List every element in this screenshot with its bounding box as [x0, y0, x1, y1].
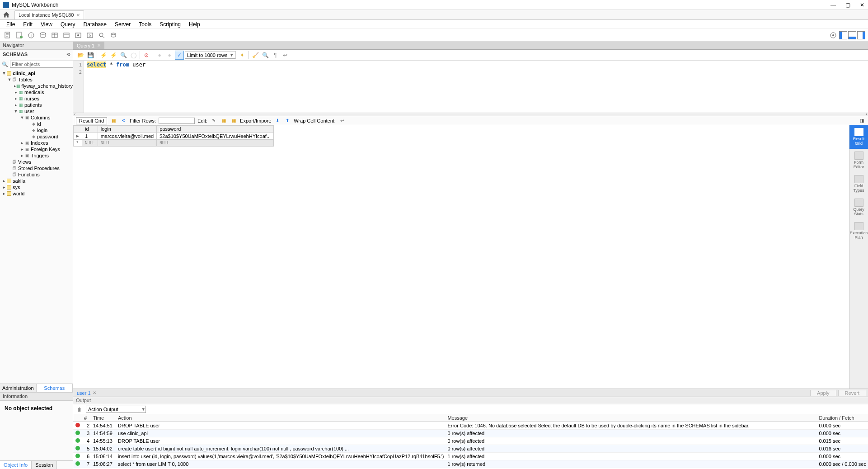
- maximize-button[interactable]: ▢: [845, 2, 851, 8]
- folder-tables[interactable]: Tables: [18, 77, 33, 82]
- apply-button[interactable]: Apply: [810, 390, 836, 396]
- save-file-icon[interactable]: 💾: [86, 51, 95, 60]
- new-schema-icon[interactable]: [38, 30, 48, 40]
- table-nurses[interactable]: nurses: [24, 96, 39, 101]
- db-clinic-api[interactable]: clinic_api: [13, 71, 35, 76]
- table-medicals[interactable]: medicals: [24, 90, 44, 95]
- folder-stored-procedures[interactable]: Stored Procedures: [18, 166, 60, 171]
- rollback-icon[interactable]: ●: [165, 51, 174, 60]
- folder-foreign-keys[interactable]: Foreign Keys: [31, 147, 60, 152]
- folder-views[interactable]: Views: [18, 159, 31, 165]
- db-world[interactable]: world: [13, 191, 24, 196]
- result-grid-icon[interactable]: ▦: [110, 117, 117, 124]
- table-flyway[interactable]: flyway_schema_history: [21, 83, 73, 89]
- filter-objects-input[interactable]: [10, 61, 76, 68]
- execute-current-icon[interactable]: ⚡: [109, 51, 118, 60]
- clear-output-icon[interactable]: 🗑: [76, 406, 83, 413]
- table-user[interactable]: user: [24, 109, 34, 114]
- close-query-tab-icon[interactable]: ✕: [97, 43, 101, 48]
- execution-plan-tab[interactable]: Execution Plan: [849, 219, 868, 243]
- result-tab[interactable]: user 1 ✕: [75, 390, 98, 396]
- stop-icon[interactable]: ◯: [129, 51, 138, 60]
- explain-icon[interactable]: 🔍: [119, 51, 128, 60]
- col-header-password[interactable]: password: [157, 126, 274, 133]
- schema-tree[interactable]: ▼clinic_api ▼🗐Tables ▸▦flyway_schema_his…: [0, 69, 73, 384]
- menu-query[interactable]: Query: [57, 20, 79, 28]
- menu-file[interactable]: File: [3, 20, 19, 28]
- output-row[interactable]: 5 15:04:02 create table user( id bigint …: [73, 445, 868, 453]
- new-procedure-icon[interactable]: [73, 30, 83, 40]
- table-patients[interactable]: patients: [24, 102, 42, 108]
- output-row[interactable]: 6 15:06:14 insert into user (id, login, …: [73, 453, 868, 460]
- export-icon[interactable]: ⬇: [274, 117, 281, 124]
- menu-tools[interactable]: Tools: [135, 20, 155, 28]
- result-grid[interactable]: id login password ▸ 1 marcos.vieira@voll…: [73, 125, 849, 388]
- table-row[interactable]: ▸ 1 marcos.vieira@voll.med $2a$10$Y50UaM…: [74, 133, 274, 140]
- execute-icon[interactable]: ⚡: [99, 51, 108, 60]
- cell-null[interactable]: NULL: [82, 140, 98, 147]
- import-icon[interactable]: ⬆: [284, 117, 291, 124]
- toggle-panels-icon[interactable]: ◨: [858, 117, 865, 124]
- new-table-icon[interactable]: [50, 30, 60, 40]
- settings-icon[interactable]: [828, 30, 838, 40]
- column-login[interactable]: login: [37, 128, 47, 133]
- toggle-sidebar-right-icon[interactable]: [857, 31, 865, 39]
- query-tab[interactable]: Query 1 ✕: [73, 42, 104, 49]
- connection-tab[interactable]: Local instance MySQL80 ✕: [14, 10, 84, 19]
- col-header-login[interactable]: login: [98, 126, 157, 133]
- toggle-sidebar-left-icon[interactable]: [839, 31, 847, 39]
- code-body[interactable]: select * from user: [84, 61, 868, 113]
- close-button[interactable]: ✕: [859, 2, 865, 8]
- output-row[interactable]: 4 14:55:13 DROP TABLE user 0 row(s) affe…: [73, 437, 868, 445]
- output-type-select[interactable]: Action Output: [86, 406, 146, 413]
- search-table-icon[interactable]: [97, 30, 107, 40]
- new-function-icon[interactable]: fx: [85, 30, 95, 40]
- toggle-output-panel-icon[interactable]: [848, 31, 856, 39]
- output-row[interactable]: 2 14:54:51 DROP TABLE user Error Code: 1…: [73, 422, 868, 430]
- menu-edit[interactable]: Edit: [19, 20, 36, 28]
- edit-row-icon[interactable]: ✎: [210, 117, 217, 124]
- tab-object-info[interactable]: Object Info: [0, 461, 32, 469]
- filter-rows-input[interactable]: [159, 118, 195, 124]
- home-icon[interactable]: [1, 10, 12, 19]
- autocommit-icon[interactable]: ✓: [175, 51, 184, 60]
- output-row[interactable]: 3 14:54:59 use clinic_api 0 row(s) affec…: [73, 430, 868, 437]
- cell-null[interactable]: NULL: [98, 140, 157, 147]
- query-stats-tab[interactable]: Query Stats: [849, 196, 868, 219]
- open-file-icon[interactable]: 📂: [76, 51, 85, 60]
- cell-password[interactable]: $2a$10$Y50UaMFOxteibQEYLrwuHeehHYfcoaf..…: [157, 133, 274, 140]
- menu-scripting[interactable]: Scripting: [156, 20, 184, 28]
- folder-indexes[interactable]: Indexes: [31, 140, 48, 146]
- splitter[interactable]: [73, 113, 868, 116]
- output-row[interactable]: 7 15:06:27 select * from user LIMIT 0, 1…: [73, 460, 868, 468]
- inspector-icon[interactable]: i: [26, 30, 36, 40]
- revert-button[interactable]: Revert: [838, 390, 866, 396]
- open-sql-file-icon[interactable]: [14, 30, 24, 40]
- clear-icon[interactable]: 🧹: [251, 51, 260, 60]
- folder-columns[interactable]: Columns: [31, 115, 50, 120]
- reconnect-icon[interactable]: [108, 30, 118, 40]
- tab-schemas[interactable]: Schemas: [37, 384, 73, 392]
- field-types-tab[interactable]: Field Types: [849, 172, 868, 196]
- db-sys[interactable]: sys: [13, 185, 20, 190]
- close-tab-icon[interactable]: ✕: [76, 13, 80, 18]
- column-id[interactable]: id: [37, 121, 41, 127]
- tab-administration[interactable]: Administration: [0, 384, 37, 392]
- invisible-chars-icon[interactable]: ¶: [271, 51, 280, 60]
- menu-server[interactable]: Server: [111, 20, 134, 28]
- cell-login[interactable]: marcos.vieira@voll.med: [98, 133, 157, 140]
- result-grid-tab[interactable]: Result Grid: [849, 125, 868, 149]
- stop-on-error-icon[interactable]: ⊘: [142, 51, 151, 60]
- menu-help[interactable]: Help: [185, 20, 204, 28]
- refresh-schemas-icon[interactable]: ⟲: [66, 52, 70, 57]
- cell-id[interactable]: 1: [82, 133, 98, 140]
- folder-triggers[interactable]: Triggers: [31, 153, 49, 158]
- cell-null[interactable]: NULL: [157, 140, 274, 147]
- close-result-tab-icon[interactable]: ✕: [93, 390, 96, 395]
- limit-rows-select[interactable]: Limit to 1000 rows: [185, 52, 236, 59]
- sql-editor[interactable]: 1 2 select * from user: [73, 61, 868, 113]
- wrap-cell-icon[interactable]: ↩: [338, 117, 346, 124]
- commit-icon[interactable]: ●: [155, 51, 164, 60]
- refresh-result-icon[interactable]: ⟲: [120, 117, 127, 124]
- col-header-id[interactable]: id: [82, 126, 98, 133]
